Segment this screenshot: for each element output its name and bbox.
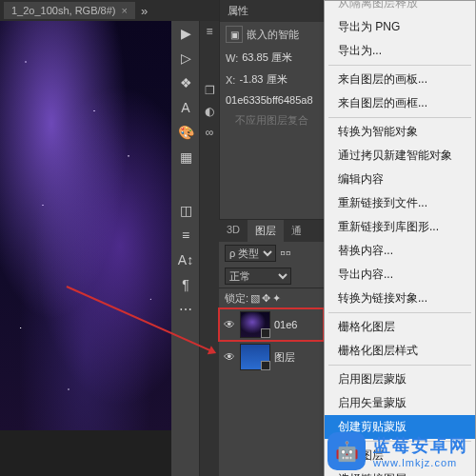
vertical-tool-strip: ▶ ▷ ❖ A 🎨 ▦ ◫ ≡ A↕ ¶ ⋯ — [171, 21, 200, 476]
layer-item-1[interactable]: 👁 01e6 — [219, 308, 324, 341]
menu-separator — [328, 117, 471, 118]
canvas[interactable] — [0, 21, 171, 476]
adjustments-icon[interactable]: ◐ — [200, 101, 219, 122]
menu-item[interactable]: 栅格化图层 — [325, 315, 475, 339]
tab-3d[interactable]: 3D — [219, 220, 248, 242]
menu-item[interactable]: 通过拷贝新建智能对象 — [325, 144, 475, 168]
play-icon[interactable]: ▷ — [171, 46, 200, 70]
close-tab-icon[interactable]: × — [121, 5, 127, 16]
lock-row: 锁定: ▧ ✥ ✦ — [219, 288, 324, 308]
hash-value: 01e6335bff6485a8 — [226, 94, 313, 106]
menu-item[interactable]: 启用图层蒙版 — [325, 367, 475, 391]
filter-icon[interactable]: ▫▫ — [280, 245, 290, 262]
layers-icon[interactable]: ❐ — [200, 80, 219, 101]
layer-name[interactable]: 图层 — [274, 350, 295, 365]
panel-icon-strip: ≡ ❐ ◐ ∞ — [200, 21, 219, 476]
layer-thumbnail[interactable] — [240, 344, 270, 370]
tab-channels[interactable]: 通 — [284, 220, 309, 242]
w-value[interactable]: 63.85 厘米 — [242, 50, 292, 65]
lock-all-icon[interactable]: ✦ — [272, 292, 281, 305]
panel-tabs: 3D 图层 通 — [219, 220, 324, 242]
menu-item[interactable]: 来自图层的画框... — [325, 91, 475, 115]
menu-separator — [328, 65, 471, 66]
menu-item[interactable]: 编辑内容 — [325, 168, 475, 191]
align-icon[interactable]: ≡ — [171, 223, 200, 248]
w-label: W: — [226, 52, 238, 64]
menu-item[interactable]: 转换为智能对象 — [325, 120, 475, 144]
tab-title: 1_2o_100sh, RGB/8#) — [11, 5, 115, 16]
more-icon[interactable]: ⋯ — [171, 297, 200, 322]
embedded-label: 嵌入的智能 — [247, 28, 299, 42]
tab-layers[interactable]: 图层 — [248, 220, 284, 242]
watermark-url: www.lmkjz.com — [373, 457, 468, 468]
ruler-icon[interactable]: ◫ — [171, 198, 200, 223]
menu-item[interactable]: 转换为链接对象... — [325, 287, 475, 310]
menu-icon[interactable]: ≡ — [200, 21, 219, 42]
menu-item[interactable]: 来自图层的画板... — [325, 68, 475, 91]
visibility-icon[interactable]: 👁 — [223, 318, 236, 331]
smart-object-icon: ▣ — [226, 26, 243, 43]
menu-item: 从隔离图层释放 — [325, 0, 475, 15]
properties-panel: 属性 ▣ 嵌入的智能 W: 63.85 厘米 X: -1.83 厘米 01e63… — [219, 0, 324, 219]
layers-panel: 3D 图层 通 ρ 类型 ▫▫ 正常 锁定: ▧ ✥ ✦ 👁 01e6 👁 图层 — [219, 219, 324, 476]
watermark-name: 蓝莓安卓网 — [373, 434, 468, 457]
menu-item[interactable]: 重新链接到文件... — [325, 191, 475, 215]
tab-overflow-icon[interactable]: » — [141, 4, 148, 18]
swatches-icon[interactable]: ❖ — [171, 70, 200, 95]
menu-separator — [328, 365, 471, 366]
document-tab[interactable]: 1_2o_100sh, RGB/8#) × — [4, 2, 135, 19]
text-tool-icon[interactable]: A — [171, 95, 200, 120]
palette-icon[interactable]: 🎨 — [171, 120, 200, 145]
type-tool-icon[interactable]: A↕ — [171, 248, 200, 272]
lock-position-icon[interactable]: ✥ — [262, 292, 270, 305]
cursor-icon[interactable]: ▶ — [171, 21, 200, 46]
layer-comp-unavailable: 不应用图层复合 — [220, 109, 324, 131]
layer-name[interactable]: 01e6 — [274, 319, 297, 330]
link-icon[interactable]: ∞ — [200, 122, 219, 143]
menu-item[interactable]: 启用矢量蒙版 — [325, 391, 475, 415]
smart-object-badge — [261, 361, 270, 370]
properties-header: 属性 — [220, 0, 324, 22]
menu-item[interactable]: 替换内容... — [325, 239, 475, 263]
menu-item[interactable]: 重新链接到库图形... — [325, 215, 475, 239]
x-label: X: — [226, 74, 235, 86]
menu-item[interactable]: 栅格化图层样式 — [325, 339, 475, 363]
menu-separator — [328, 312, 471, 313]
watermark-logo-icon: 🤖 — [327, 432, 366, 470]
canvas-image — [0, 21, 171, 430]
smart-object-badge — [261, 328, 270, 338]
paragraph-icon[interactable]: ¶ — [171, 272, 200, 297]
lock-label: 锁定: — [225, 291, 248, 306]
layer-kind-select[interactable]: ρ 类型 — [225, 245, 276, 262]
layer-thumbnail[interactable] — [240, 311, 270, 338]
layer-context-menu: 从隔离图层释放导出为 PNG导出为...来自图层的画板...来自图层的画框...… — [324, 0, 476, 476]
menu-item[interactable]: 导出为... — [325, 39, 475, 63]
lock-pixels-icon[interactable]: ▧ — [250, 292, 260, 305]
menu-item[interactable]: 导出为 PNG — [325, 15, 475, 39]
layer-item-2[interactable]: 👁 图层 — [219, 341, 324, 373]
grid-icon[interactable]: ▦ — [171, 145, 200, 169]
visibility-icon[interactable]: 👁 — [223, 350, 236, 364]
blend-mode-select[interactable]: 正常 — [225, 268, 291, 285]
menu-item[interactable]: 导出内容... — [325, 263, 475, 287]
watermark: 🤖 蓝莓安卓网 www.lmkjz.com — [327, 432, 468, 470]
x-value[interactable]: -1.83 厘米 — [239, 72, 287, 87]
